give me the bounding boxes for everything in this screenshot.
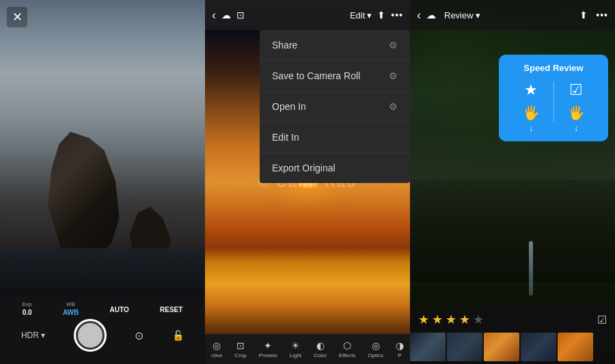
more-icon[interactable]: ••• <box>391 10 403 20</box>
hdr-chevron: ▾ <box>41 331 45 340</box>
stars-row: ★ ★ ★ ★ ★ ☑ <box>410 307 615 330</box>
star-4[interactable]: ★ <box>459 312 470 327</box>
speed-review-card: Speed Review ★ 🖐 ↓ ☑ 🖐 ↓ <box>499 55 608 141</box>
panel-camera: ✕ Exp 0.0 WB AWB AUTO RESET HDR ▾ <box>0 0 205 364</box>
reset-value: RESET <box>160 306 182 313</box>
crop-tool-label: Crop <box>234 352 246 359</box>
back-button[interactable]: ‹ <box>212 8 216 23</box>
cloud-icon-review[interactable]: ☁ <box>426 10 436 20</box>
review-right-icons: ⬆ ••• <box>579 10 608 20</box>
dropdown-item-open[interactable]: Open In ⚙ <box>260 92 410 122</box>
star-1[interactable]: ★ <box>418 312 429 327</box>
optics-icon: ◎ <box>372 340 380 351</box>
tool-p[interactable]: ◑ P <box>396 340 404 359</box>
iso-icon[interactable]: ⊙ <box>135 329 144 342</box>
speed-review-row: ★ 🖐 ↓ ☑ 🖐 ↓ <box>523 81 585 133</box>
tool-selective[interactable]: ◎ ctive <box>211 340 222 359</box>
exposure-value: 0.0 <box>23 309 32 316</box>
color-icon: ◐ <box>316 340 325 351</box>
dropdown-item-export[interactable]: Export Original <box>260 153 410 183</box>
open-menu-label: Open In <box>272 101 306 112</box>
p-icon: ◑ <box>396 340 404 351</box>
tool-optics[interactable]: ◎ Optics <box>368 340 383 359</box>
effects-label: Effects <box>339 352 355 359</box>
edit-header: ‹ ☁ ⊡ Edit ▾ ⬆ ••• <box>205 0 410 30</box>
review-bottom-strip: ★ ★ ★ ★ ★ ☑ <box>410 307 615 364</box>
auto-value: AUTO <box>110 306 129 313</box>
selective-label: ctive <box>211 352 222 359</box>
tool-crop[interactable]: ⊡ Crop <box>234 340 246 359</box>
camera-bottom-row: HDR ▾ ⊙ 🔓 <box>0 319 205 357</box>
star-2[interactable]: ★ <box>432 312 443 327</box>
star-5[interactable]: ★ <box>473 312 484 327</box>
save-gear-icon[interactable]: ⚙ <box>389 70 398 81</box>
review-chevron: ▾ <box>476 10 480 20</box>
cloud-icon[interactable]: ☁ <box>221 10 231 20</box>
exposure-control[interactable]: Exp 0.0 <box>23 301 32 316</box>
thumbnail-3[interactable] <box>484 333 519 361</box>
hdr-label: HDR <box>21 331 39 340</box>
review-label: Review <box>444 10 474 20</box>
dropdown-item-save[interactable]: Save to Camera Roll ⚙ <box>260 61 410 92</box>
water-area <box>0 248 205 296</box>
lock-icon[interactable]: 🔓 <box>172 330 184 341</box>
sr-star-col: ★ 🖐 ↓ <box>523 81 540 133</box>
share-icon[interactable]: ⬆ <box>377 10 385 20</box>
dropdown-item-edit-in[interactable]: Edit In <box>260 122 410 153</box>
wb-label: WB <box>66 301 75 307</box>
thumbnail-2[interactable] <box>447 333 482 361</box>
review-share-icon[interactable]: ⬆ <box>579 10 588 20</box>
presets-label: Presets <box>259 352 277 359</box>
effects-icon: ⬡ <box>343 340 351 351</box>
tool-presets[interactable]: ✦ Presets <box>259 340 277 359</box>
edit-label: Edit <box>350 10 365 20</box>
sr-check-col: ☑ 🖐 ↓ <box>568 81 585 133</box>
sr-arrow-right: ↓ <box>574 124 578 133</box>
save-menu-label: Save to Camera Roll <box>272 70 360 81</box>
edit-tools-bar: ◎ ctive ⊡ Crop ✦ Presets ☀ Light ◐ Color… <box>205 334 410 364</box>
optics-label: Optics <box>368 352 383 359</box>
export-menu-label: Export Original <box>272 163 336 173</box>
light-icon: ☀ <box>291 340 300 351</box>
shutter-button[interactable] <box>74 319 107 352</box>
edit-dropdown-button[interactable]: Edit ▾ <box>350 10 372 20</box>
camera-bottom-bar: Exp 0.0 WB AWB AUTO RESET HDR ▾ <box>0 296 205 364</box>
speed-review-title: Speed Review <box>523 63 583 73</box>
sr-star-icon: ★ <box>524 81 538 99</box>
thumbnail-1[interactable] <box>410 333 446 361</box>
presets-icon: ✦ <box>264 340 272 351</box>
close-button[interactable]: ✕ <box>7 7 27 27</box>
review-more-icon[interactable]: ••• <box>596 10 608 20</box>
review-dropdown-button[interactable]: Review ▾ <box>444 10 480 20</box>
star-rating[interactable]: ★ ★ ★ ★ ★ <box>418 312 484 327</box>
thumbnail-5[interactable] <box>558 333 593 361</box>
rocks-overlay <box>410 180 615 282</box>
tool-light[interactable]: ☀ Light <box>290 340 301 359</box>
light-label: Light <box>290 352 301 359</box>
tool-effects[interactable]: ⬡ Effects <box>339 340 355 359</box>
share-gear-icon[interactable]: ⚙ <box>389 40 398 51</box>
flag-check-icon[interactable]: ☑ <box>597 313 607 326</box>
tool-color[interactable]: ◐ Color <box>314 340 327 359</box>
thumbnails-strip <box>410 330 615 364</box>
open-gear-icon[interactable]: ⚙ <box>389 101 398 112</box>
panel-edit: © Canh Rau ‹ ☁ ⊡ Edit ▾ ⬆ ••• Share ⚙ Sa… <box>205 0 410 364</box>
wb-control[interactable]: WB AWB <box>63 301 79 316</box>
sr-hand-right-icon: 🖐 <box>568 104 585 121</box>
review-back-button[interactable]: ‹ <box>417 8 421 23</box>
thumbnail-4[interactable] <box>521 333 556 361</box>
crop-icon[interactable]: ⊡ <box>236 10 245 20</box>
dropdown-item-share[interactable]: Share ⚙ <box>260 30 410 61</box>
camera-controls-row: Exp 0.0 WB AWB AUTO RESET <box>0 296 205 319</box>
hdr-button[interactable]: HDR ▾ <box>21 331 45 340</box>
crop-tool-icon: ⊡ <box>236 340 245 351</box>
star-3[interactable]: ★ <box>446 312 456 327</box>
exposure-label: Exp <box>23 301 32 307</box>
share-menu-label: Share <box>272 40 297 51</box>
sr-check-icon: ☑ <box>569 81 583 99</box>
p-label: P <box>398 352 401 359</box>
review-header: ‹ ☁ Review ▾ ⬆ ••• <box>410 0 615 30</box>
reset-control[interactable]: RESET <box>160 305 182 313</box>
selective-icon: ◎ <box>213 340 221 351</box>
auto-control[interactable]: AUTO <box>110 305 129 313</box>
